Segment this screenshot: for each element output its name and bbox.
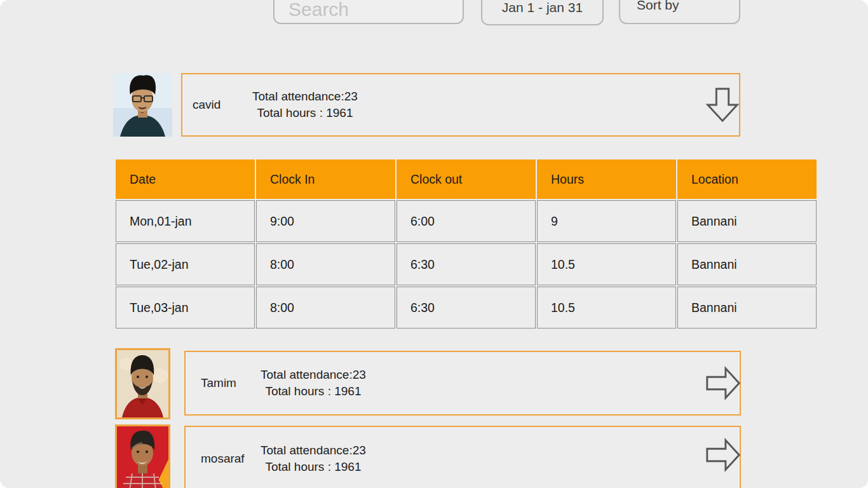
employee-photo-cavid [113,73,172,137]
employee-card-mosaraf[interactable]: mosaraf Total attendance:23 Total hours … [184,426,741,488]
attendance-app-screen: Jan 1 - jan 31 Sort by cavid Total atten… [0,0,868,488]
header-date: Date [116,159,255,199]
total-attendance: Total attendance:23 [261,442,366,459]
sort-by-button[interactable]: Sort by [619,0,740,24]
header-clock-out: Clock out [397,159,536,199]
date-range-button[interactable]: Jan 1 - jan 31 [481,0,604,25]
employee-name: mosaraf [201,452,247,466]
total-hours: Total hours : 1961 [252,105,358,121]
table-header-row: Date Clock In Clock out Hours Location [116,159,817,199]
cell-date: Tue,03-jan [116,287,255,329]
employee-stats: Total attendance:23 Total hours : 1961 [252,88,358,121]
cell-clock-out: 6:30 [397,243,536,285]
cell-clock-in: 8:00 [256,243,395,285]
table-row: Mon,01-jan 9:00 6:00 9 Bannani [116,200,817,242]
total-hours: Total hours : 1961 [261,459,366,475]
total-attendance: Total attendance:23 [252,88,358,105]
cell-clock-out: 6:30 [397,287,536,329]
employee-name: Tamim [201,376,247,390]
date-range-label: Jan 1 - jan 31 [502,0,583,15]
cell-clock-in: 8:00 [256,287,395,329]
cell-location: Bannani [677,200,817,242]
right-arrow-icon[interactable] [703,363,743,403]
employee-photo-tamim [115,348,170,419]
header-clock-in: Clock In [256,159,395,199]
employee-photo-mosaraf [115,424,170,488]
mosaraf-avatar [117,426,168,488]
table-row: Tue,02-jan 8:00 6:30 10.5 Bannani [116,243,817,285]
table-row: Tue,03-jan 8:00 6:30 10.5 Bannani [116,287,817,329]
cell-clock-out: 6:00 [397,200,536,242]
tamim-avatar [117,350,168,417]
cavid-avatar [113,73,172,137]
employee-card-cavid[interactable]: cavid Total attendance:23 Total hours : … [181,73,740,137]
employee-stats: Total attendance:23 Total hours : 1961 [261,442,366,475]
total-hours: Total hours : 1961 [261,383,366,400]
down-arrow-icon[interactable] [703,85,742,125]
right-arrow-icon[interactable] [703,435,743,475]
employee-card-tamim[interactable]: Tamim Total attendance:23 Total hours : … [184,351,741,416]
search-input[interactable] [273,0,464,24]
employee-name: cavid [193,98,238,112]
cell-clock-in: 9:00 [256,200,395,242]
sort-by-label: Sort by [637,0,679,13]
cell-hours: 10.5 [537,243,676,285]
header-hours: Hours [537,159,676,199]
cell-date: Mon,01-jan [116,200,255,242]
cell-date: Tue,02-jan [116,243,255,285]
cell-hours: 9 [537,200,676,242]
cell-hours: 10.5 [537,287,676,329]
employee-stats: Total attendance:23 Total hours : 1961 [261,367,366,400]
cell-location: Bannani [677,243,817,285]
header-location: Location [677,159,817,199]
total-attendance: Total attendance:23 [261,367,366,383]
cell-location: Bannani [677,287,817,329]
attendance-table: Date Clock In Clock out Hours Location M… [114,158,818,330]
